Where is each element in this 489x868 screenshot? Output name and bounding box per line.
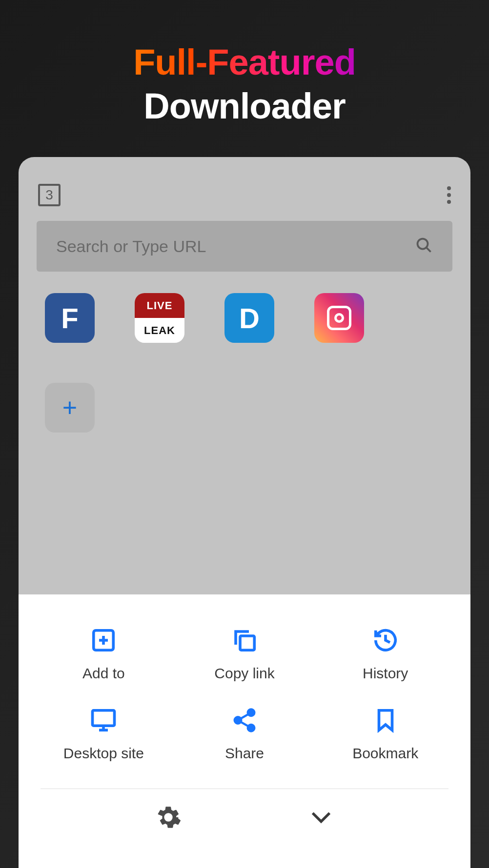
menu-copy-link[interactable]: Copy link (174, 619, 315, 699)
collapse-button[interactable] (308, 805, 334, 832)
settings-button[interactable] (156, 805, 181, 832)
search-bar[interactable]: Search or Type URL (37, 221, 452, 272)
bookmark-liveleak[interactable]: LIVE LEAK (135, 293, 184, 343)
add-bookmark-button[interactable]: + (45, 383, 95, 433)
bookmark-dailymotion[interactable]: D (224, 293, 274, 343)
svg-point-11 (248, 725, 255, 731)
bookmark-icon (371, 706, 400, 734)
hero-line2: Downloader (0, 85, 489, 127)
search-icon (415, 237, 433, 256)
menu-label: Add to (82, 665, 125, 682)
share-icon (230, 706, 259, 734)
menu-grid: Add to Copy link (19, 594, 470, 789)
phone-frame: 3 Search or Type URL F LIVE LEAK D (19, 157, 470, 868)
tab-count-value: 3 (45, 187, 53, 203)
svg-rect-6 (93, 710, 115, 726)
bottom-actions (19, 789, 470, 848)
bookmarks-grid: F LIVE LEAK D + (19, 272, 470, 454)
search-placeholder: Search or Type URL (56, 237, 206, 256)
menu-label: Copy link (214, 665, 274, 682)
bookmark-facebook[interactable]: F (45, 293, 95, 343)
svg-point-10 (235, 717, 242, 724)
hero-title: Full-Featured Downloader (0, 0, 489, 127)
bookmark-instagram[interactable] (314, 293, 364, 343)
menu-share[interactable]: Share (174, 699, 315, 779)
svg-line-1 (427, 248, 431, 252)
tab-counter[interactable]: 3 (38, 184, 61, 206)
menu-bookmark[interactable]: Bookmark (315, 699, 456, 779)
gear-icon (156, 805, 181, 830)
menu-label: Bookmark (352, 745, 418, 762)
copy-icon (230, 626, 259, 654)
monitor-icon (89, 706, 118, 734)
browser-top-bar: 3 (19, 157, 470, 221)
chevron-down-icon (308, 805, 334, 830)
menu-label: Share (225, 745, 264, 762)
svg-rect-5 (240, 636, 254, 650)
svg-line-12 (241, 714, 248, 719)
svg-point-0 (418, 239, 428, 249)
add-to-icon (89, 626, 118, 654)
kebab-menu-icon[interactable] (447, 186, 451, 204)
svg-line-13 (241, 722, 248, 726)
menu-history[interactable]: History (315, 619, 456, 699)
svg-point-9 (248, 710, 255, 716)
menu-desktop-site[interactable]: Desktop site (33, 699, 174, 779)
menu-label: History (363, 665, 408, 682)
plus-icon: + (62, 393, 77, 422)
instagram-icon (327, 306, 351, 330)
menu-label: Desktop site (63, 745, 144, 762)
bottom-sheet-menu: Add to Copy link (19, 594, 470, 868)
hero-line1: Full-Featured (0, 41, 489, 83)
menu-add-to[interactable]: Add to (33, 619, 174, 699)
history-icon (371, 626, 400, 654)
